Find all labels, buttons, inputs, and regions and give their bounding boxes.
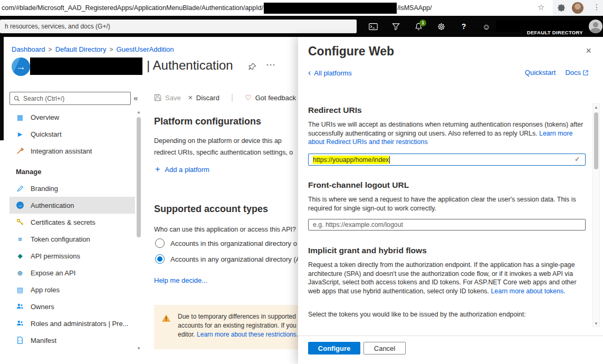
sidebar-item-integration-assistant[interactable]: Integration assistant (9, 142, 135, 159)
breadcrumb-dashboard[interactable]: Dashboard (12, 45, 45, 53)
app-roles-icon: ▤ (16, 286, 24, 294)
redirect-uris-description: The URIs we will accept as destinations … (308, 120, 585, 147)
pin-icon[interactable] (248, 63, 256, 73)
sidebar-scroll-thumb[interactable] (137, 117, 141, 237)
token-configuration-icon: ≡ (16, 235, 24, 243)
external-link-icon (583, 70, 588, 75)
page-title: | Authentication (147, 58, 233, 73)
sidebar-item-authentication[interactable]: →Authentication (9, 197, 135, 214)
notifications-bell-icon[interactable]: 1 (414, 22, 423, 31)
manifest-icon (16, 337, 24, 344)
sidebar-item-overview[interactable]: ▦Overview (9, 109, 135, 126)
radio-icon[interactable] (155, 238, 165, 248)
scroll-down-icon[interactable]: ▼ (136, 345, 142, 351)
command-separator: | (231, 93, 233, 102)
radio-icon[interactable] (155, 254, 165, 264)
authentication-icon: → (16, 202, 24, 209)
account-types-question: Who can use this application or access t… (154, 226, 296, 233)
implicit-grant-title: Implicit grant and hybrid flows (308, 246, 427, 255)
sidebar-search-placeholder: Search (Ctrl+/) (23, 95, 64, 102)
redacted-app-name (30, 58, 142, 75)
panel-header-links: Quickstart Docs (525, 69, 588, 76)
cancel-button[interactable]: Cancel (363, 342, 406, 355)
close-icon[interactable]: × (586, 45, 591, 56)
scroll-down-icon[interactable]: ▼ (593, 320, 599, 327)
account-avatar[interactable] (589, 20, 602, 33)
breadcrumb: Dashboard>Default Directory>GuestUserAdd… (12, 45, 174, 53)
breadcrumb-guestuseraddition[interactable]: GuestUserAddition (116, 45, 174, 53)
radio-single-tenant[interactable]: Accounts in this organizational director… (155, 238, 297, 248)
browser-profile-avatar[interactable] (572, 2, 583, 14)
azure-top-bar: h resources, services, and docs (G+/) 1 … (0, 16, 603, 37)
platform-configurations-title: Platform configurations (154, 116, 261, 127)
footer-divider (298, 336, 603, 336)
app-logo-icon: → (12, 58, 30, 76)
logout-url-input[interactable] (308, 219, 586, 231)
panel-scrollbar[interactable]: ▲ ▼ (592, 103, 600, 327)
sidebar-item-branding[interactable]: Branding (9, 180, 135, 197)
plus-icon: + (155, 165, 160, 174)
global-search-input[interactable]: h resources, services, and docs (G+/) (0, 20, 357, 33)
sidebar-scrollbar[interactable]: ▲ ▼ (136, 109, 142, 351)
warning-learn-more-link[interactable]: Learn more about these restrictions. (197, 331, 298, 338)
supported-account-types-title: Supported account types (154, 204, 268, 215)
docs-link[interactable]: Docs (565, 69, 588, 76)
discard-button[interactable]: × Discard (188, 93, 219, 102)
platform-description-line2: redirect URIs, specific authentication s… (154, 149, 293, 156)
text-caret (389, 156, 390, 164)
help-icon[interactable]: ? (459, 22, 468, 31)
sidebar-section-header: Manage (9, 159, 135, 180)
cloud-shell-icon[interactable] (368, 22, 378, 31)
search-icon (14, 95, 20, 102)
panel-scroll-thumb[interactable] (594, 112, 598, 169)
save-icon (154, 94, 161, 101)
more-ellipsis-icon[interactable]: ⋯ (266, 59, 275, 71)
bookmark-star-icon[interactable]: ☆ (538, 3, 544, 12)
warning-text: Due to temporary differences in supporte… (178, 312, 298, 339)
scroll-up-icon[interactable]: ▲ (593, 104, 599, 110)
all-platforms-back-link[interactable]: ‹ All platforms (308, 69, 352, 77)
platform-description-line1: Depending on the platform or device this… (154, 137, 282, 145)
browser-address-bar[interactable]: com/#blade/Microsoft_AAD_RegisteredApps/… (0, 0, 553, 16)
quickstart-icon: ▶ (16, 131, 24, 138)
feedback-smiley-icon[interactable]: ☺ (482, 22, 491, 31)
add-platform-button[interactable]: + Add a platform (155, 165, 209, 174)
sidebar-collapse-button[interactable]: « (133, 93, 138, 102)
sidebar-item-roles-administrators[interactable]: Roles and administrators | Pre... (9, 315, 135, 332)
extensions-puzzle-icon[interactable] (558, 4, 565, 14)
radio-multitenant[interactable]: Accounts in any organizational directory… (155, 254, 300, 264)
feedback-button[interactable]: ♡ Got feedback (245, 93, 296, 102)
settings-gear-icon[interactable] (436, 22, 446, 31)
sidebar-item-manifest[interactable]: Manifest (9, 332, 135, 349)
roles-administrators-icon (16, 320, 24, 327)
warning-triangle-icon (162, 314, 170, 324)
overview-icon: ▦ (16, 113, 24, 121)
directories-filter-icon[interactable] (391, 22, 400, 31)
sidebar-item-api-permissions[interactable]: ◆API permissions (9, 247, 135, 264)
tokens-learn-more-link[interactable]: Learn more about tokens. (491, 288, 565, 295)
notification-badge: 1 (419, 20, 426, 26)
left-edge-redaction (0, 37, 4, 140)
sidebar-item-certificates[interactable]: Certificates & secrets (9, 214, 135, 231)
sidebar-item-app-roles[interactable]: ▤App roles (9, 281, 135, 298)
expose-api-icon: ⊕ (16, 269, 24, 277)
quickstart-link[interactable]: Quickstart (525, 69, 556, 76)
sidebar-search-input[interactable]: Search (Ctrl+/) (9, 92, 131, 105)
configure-button[interactable]: Configure (308, 342, 360, 355)
owners-icon (16, 303, 24, 310)
select-tokens-label: Select the tokens you would like to be i… (308, 310, 585, 319)
sidebar-item-quickstart[interactable]: ▶Quickstart (9, 126, 135, 142)
redirect-uri-input[interactable]: https://youapp/home/index ✓ (308, 154, 586, 166)
save-button[interactable]: Save (154, 94, 181, 102)
sidebar-item-expose-api[interactable]: ⊕Expose an API (9, 264, 135, 281)
url-text-prefix: com/#blade/Microsoft_AAD_RegisteredApps/… (2, 4, 263, 12)
scroll-up-icon[interactable]: ▲ (136, 109, 142, 115)
browser-menu-dots-icon[interactable]: ⋮ (593, 3, 600, 11)
help-me-decide-link[interactable]: Help me decide... (154, 276, 207, 284)
directory-label: DEFAULT DIRECTORY (527, 30, 583, 35)
sidebar-item-owners[interactable]: Owners (9, 298, 135, 315)
breadcrumb-default-directory[interactable]: Default Directory (55, 45, 107, 53)
sidebar-item-token-configuration[interactable]: ≡Token configuration (9, 231, 135, 247)
redirect-uri-value: https://youapp/home/index (313, 156, 389, 164)
front-channel-description: This is where we send a request to have … (308, 195, 585, 213)
